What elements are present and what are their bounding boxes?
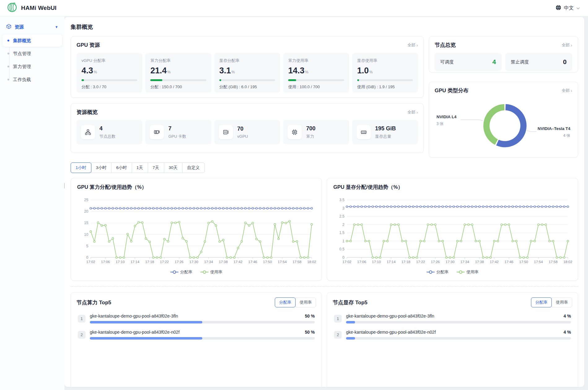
tab-custom[interactable]: 自定义 — [182, 162, 205, 173]
legend-alloc[interactable]: 分配率 — [427, 269, 449, 275]
svg-text:17:50: 17:50 — [263, 260, 272, 264]
svg-text:0: 0 — [342, 255, 344, 260]
sidebar-item-node-management[interactable]: 节点管理 — [2, 47, 62, 60]
metric-label: 算力使用率 — [288, 58, 344, 63]
resource-overview-all-link[interactable]: 全部 › — [407, 110, 418, 115]
toggle-alloc-rate[interactable]: 分配率 — [275, 297, 296, 307]
node-compute-top5-card: 节点算力 Top5 分配率 使用率 1 gke-kantaloupe-demo-… — [71, 292, 322, 387]
legend-label: 分配率 — [180, 269, 192, 275]
chart-title: GPU 算力分配/使用趋势（%） — [77, 184, 316, 191]
sidebar-collapse-handle[interactable] — [64, 183, 65, 188]
legend-usage[interactable]: 使用率 — [200, 269, 222, 275]
metric-compute-usage: 算力使用率 14.3% 使用 : 100.0 / 700 — [283, 53, 349, 93]
gpu-type-donut-chart[interactable]: NVIDIA–Tesla T44 张NVIDIA L43 张 — [435, 98, 572, 154]
svg-text:4 张: 4 张 — [563, 133, 570, 138]
toggle-usage-rate[interactable]: 使用率 — [551, 297, 572, 307]
svg-text:17:38: 17:38 — [219, 260, 228, 264]
legend-usage[interactable]: 使用率 — [457, 269, 479, 275]
gpu-type-all-link[interactable]: 全部 › — [562, 88, 572, 93]
metric-detail: 分配 : 3.0 / 70 — [81, 84, 137, 90]
memory-trend-card: GPU 显存分配/使用趋势（%） 00.511.522.533.517:0217… — [327, 178, 578, 281]
progress-fill — [90, 337, 202, 340]
content-panel: 集群概览 GPU 资源 全部 › — [64, 17, 584, 387]
svg-text:17:18: 17:18 — [402, 260, 410, 264]
progress-track — [219, 79, 275, 81]
metric-value: 4.3% — [81, 67, 137, 75]
metric-value: 21.4% — [150, 67, 206, 75]
metric-detail: 使用 : 100.0 / 700 — [288, 84, 344, 90]
card-title: 节点算力 Top5 — [77, 299, 111, 306]
progress-track — [90, 321, 315, 323]
sidebar-item-cluster-overview[interactable]: 集群概览 — [2, 34, 62, 47]
sidebar-group-resources[interactable]: 资源 ▼ — [2, 21, 62, 33]
tab-3h[interactable]: 3小时 — [91, 162, 112, 173]
toggle-usage-rate[interactable]: 使用率 — [295, 297, 316, 307]
sidebar: 资源 ▼ 集群概览 节点管理 算力管理 工作负载 — [0, 16, 64, 390]
table-row[interactable]: 1 gke-kantaloupe-demo-gpu-pool-a843f02e-… — [334, 314, 571, 323]
tile-node-total: 4 节点总数 — [77, 120, 142, 144]
node-percent: 50 % — [305, 314, 315, 318]
svg-text:17:42: 17:42 — [490, 260, 499, 264]
tile-label: 节点总数 — [99, 134, 116, 139]
svg-text:17:26: 17:26 — [431, 260, 440, 264]
svg-text:17:46: 17:46 — [248, 260, 257, 264]
svg-text:17:10: 17:10 — [116, 260, 125, 264]
table-row[interactable]: 1 gke-kantaloupe-demo-gpu-pool-a843f02e-… — [78, 314, 315, 323]
card-title: 节点总览 — [435, 41, 456, 49]
sidebar-item-label: 算力管理 — [13, 64, 31, 70]
tab-1h[interactable]: 1小时 — [71, 162, 91, 173]
progress-track — [346, 337, 571, 340]
svg-text:3 张: 3 张 — [437, 122, 444, 126]
metric-value: 14.3% — [288, 67, 344, 75]
tile-memory-total: 195 GiB 显存总量 — [352, 120, 418, 144]
all-link-label: 全部 — [562, 42, 570, 48]
chart-legend: 分配率 使用率 — [333, 269, 572, 275]
metric-label: 算力分配率 — [150, 58, 206, 63]
svg-text:18:02: 18:02 — [307, 260, 316, 264]
table-row[interactable]: 2 gke-kantaloupe-demo-gpu-pool-a843f02e-… — [78, 330, 315, 340]
node-name: gke-kantaloupe-demo-gpu-pool-a843f02e-n0… — [90, 330, 180, 335]
node-overview-all-link[interactable]: 全部 › — [562, 42, 572, 48]
svg-text:3.5: 3.5 — [339, 198, 344, 202]
metric-vgpu-alloc: vGPU 分配率 4.3% 分配 : 3.0 / 70 — [77, 53, 142, 93]
sidebar-item-compute-management[interactable]: 算力管理 — [2, 60, 62, 73]
svg-text:17:50: 17:50 — [519, 260, 528, 264]
svg-text:17:26: 17:26 — [175, 260, 184, 264]
tile-label: 算力 — [306, 134, 315, 139]
memory-trend-chart[interactable]: 00.511.522.533.517:0217:0617:1017:1417:1… — [333, 196, 572, 268]
tile-gpu-count: 7 GPU 卡数 — [145, 120, 211, 144]
svg-text:17:58: 17:58 — [292, 260, 301, 264]
table-row[interactable]: 2 gke-kantaloupe-demo-gpu-pool-a843f02e-… — [334, 330, 571, 340]
node-memory-top5-card: 节点显存 Top5 分配率 使用率 1 gke-kantaloupe-demo-… — [327, 292, 578, 387]
progress-fill — [150, 79, 162, 81]
stat-unschedulable: 禁止调度 0 — [505, 53, 572, 71]
metric-value: 1.0% — [357, 67, 413, 75]
node-overview-card: 节点总览 全部 › 可调度 4 禁止调 — [429, 36, 578, 72]
compute-top5-toggle: 分配率 使用率 — [275, 297, 316, 307]
svg-text:17:18: 17:18 — [145, 260, 154, 264]
tab-6h[interactable]: 6小时 — [111, 162, 132, 173]
legend-alloc[interactable]: 分配率 — [170, 269, 192, 275]
cube-icon — [6, 24, 11, 30]
tile-value: 195 GiB — [375, 125, 396, 132]
chevron-right-icon: › — [416, 110, 418, 115]
language-selector[interactable]: 中文 — [555, 5, 580, 12]
tab-7d[interactable]: 7天 — [148, 162, 164, 173]
brand: HAMi WebUI — [7, 2, 57, 14]
progress-track — [90, 337, 315, 340]
tab-1d[interactable]: 1天 — [132, 162, 148, 173]
rank-badge: 2 — [78, 331, 86, 339]
gpu-card-icon — [150, 125, 164, 139]
svg-text:17:38: 17:38 — [475, 260, 484, 264]
node-name: gke-kantaloupe-demo-gpu-pool-a843f02e-3f… — [90, 314, 178, 318]
node-percent: 4 % — [564, 330, 571, 335]
toggle-alloc-rate[interactable]: 分配率 — [531, 297, 552, 307]
node-percent: 4 % — [564, 314, 571, 318]
svg-text:17:30: 17:30 — [189, 260, 198, 264]
card-title: 资源概览 — [77, 109, 98, 116]
svg-text:0.5: 0.5 — [339, 247, 344, 251]
tab-30d[interactable]: 30天 — [164, 162, 183, 173]
compute-trend-chart[interactable]: 051015202517:0217:0617:1017:1417:1817:22… — [77, 196, 316, 268]
sidebar-item-workloads[interactable]: 工作负载 — [2, 73, 62, 86]
gpu-resources-all-link[interactable]: 全部 › — [407, 42, 418, 48]
